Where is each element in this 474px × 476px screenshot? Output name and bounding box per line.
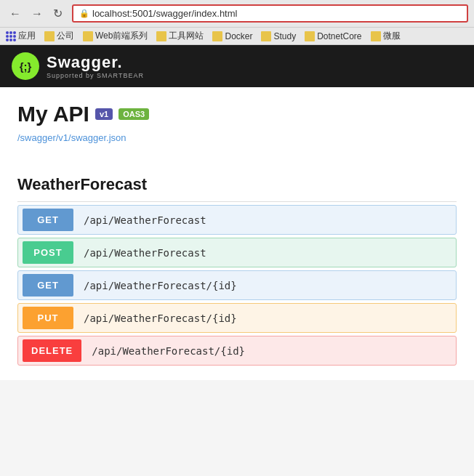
endpoint-path: /api/WeatherForecast/{id}: [78, 274, 243, 297]
swagger-header: {;} Swagger. Supported by SMARTBEAR: [0, 45, 474, 87]
bookmark-label: Docker: [225, 31, 252, 41]
folder-icon: [305, 31, 315, 41]
folder-icon: [212, 31, 222, 41]
swagger-logo-text: {;}: [20, 60, 32, 73]
folder-icon: [83, 31, 93, 41]
back-button[interactable]: ←: [6, 6, 25, 22]
lock-icon: 🔒: [79, 9, 89, 18]
version-badge: v1: [95, 108, 113, 120]
section-title: WeatherForecast: [17, 175, 457, 202]
folder-icon: [44, 31, 55, 41]
method-badge-put: PUT: [23, 307, 73, 329]
swagger-json-link[interactable]: /swagger/v1/swagger.json: [17, 132, 126, 143]
bookmark-label: Web前端系列: [95, 30, 148, 42]
apps-icon: [6, 31, 16, 41]
method-badge-get2: GET: [23, 274, 73, 297]
endpoint-get-weather-id[interactable]: GET /api/WeatherForecast/{id}: [17, 270, 457, 300]
api-title-row: My API v1 OAS3: [17, 102, 457, 126]
bookmark-label: 工具网站: [169, 30, 204, 42]
bookmark-label: 应用: [18, 30, 36, 42]
method-badge-post: POST: [23, 241, 73, 264]
endpoint-post-weather[interactable]: POST /api/WeatherForecast: [17, 238, 457, 267]
endpoint-path: /api/WeatherForecast/{id}: [78, 307, 243, 330]
bookmark-label: DotnetCore: [317, 31, 361, 41]
bookmarks-bar: 应用 公司 Web前端系列 工具网站 Docker Study DotnetCo…: [0, 28, 474, 45]
api-title: My API: [17, 102, 89, 126]
bookmark-tools[interactable]: 工具网站: [156, 30, 204, 42]
endpoint-delete-weather-id[interactable]: DELETE /api/WeatherForecast/{id}: [17, 336, 457, 366]
endpoint-path: /api/WeatherForecast/{id}: [86, 339, 251, 363]
nav-buttons: ← → ↻: [6, 5, 66, 22]
forward-button[interactable]: →: [28, 6, 47, 22]
swagger-branding: Swagger. Supported by SMARTBEAR: [47, 53, 144, 79]
bookmark-dotnetcore[interactable]: DotnetCore: [305, 31, 361, 41]
endpoint-path: /api/WeatherForecast: [78, 209, 212, 232]
endpoint-put-weather-id[interactable]: PUT /api/WeatherForecast/{id}: [17, 303, 457, 333]
bookmark-label: Study: [273, 31, 296, 41]
bookmark-weibo[interactable]: 微服: [371, 30, 401, 42]
bookmark-company[interactable]: 公司: [44, 30, 74, 42]
folder-icon: [261, 31, 271, 41]
bookmark-apps[interactable]: 应用: [6, 30, 36, 42]
folder-icon: [371, 31, 381, 41]
folder-icon: [156, 31, 166, 41]
address-bar[interactable]: 🔒 localhost:5001/swagger/index.html: [72, 4, 468, 23]
method-badge-delete: DELETE: [23, 339, 81, 362]
swagger-subtitle: Supported by SMARTBEAR: [47, 72, 144, 79]
reload-button[interactable]: ↻: [49, 5, 66, 22]
browser-chrome: ← → ↻ 🔒 localhost:5001/swagger/index.htm…: [0, 0, 474, 28]
oas3-badge: OAS3: [118, 108, 149, 120]
endpoint-get-weather[interactable]: GET /api/WeatherForecast: [17, 205, 457, 235]
bookmark-label: 公司: [57, 30, 74, 42]
bookmark-study[interactable]: Study: [261, 31, 296, 41]
swagger-title: Swagger.: [47, 53, 144, 72]
bookmark-web-frontend[interactable]: Web前端系列: [83, 30, 148, 42]
main-content: My API v1 OAS3 /swagger/v1/swagger.json …: [0, 87, 474, 380]
bookmark-docker[interactable]: Docker: [212, 31, 252, 41]
swagger-logo: {;}: [12, 52, 39, 80]
weather-forecast-section: WeatherForecast GET /api/WeatherForecast…: [17, 175, 457, 366]
bookmark-label: 微服: [383, 30, 401, 42]
method-badge-get: GET: [23, 209, 73, 231]
endpoint-path: /api/WeatherForecast: [78, 241, 212, 265]
url-text: localhost:5001/swagger/index.html: [92, 8, 237, 19]
